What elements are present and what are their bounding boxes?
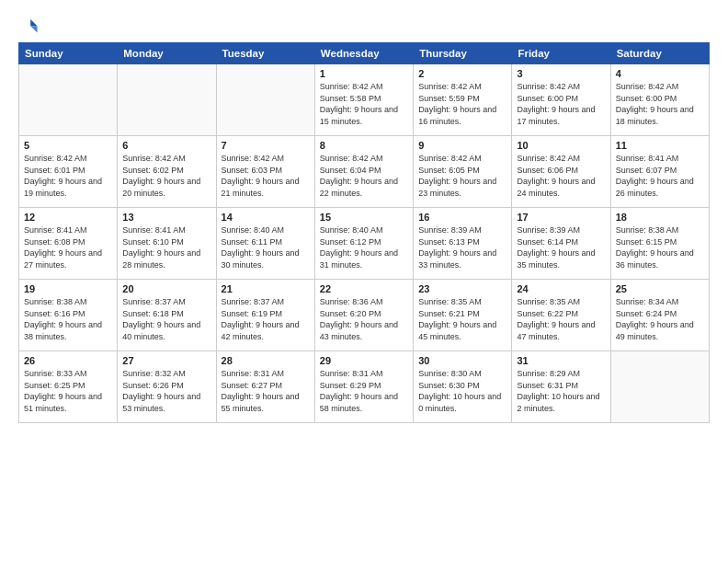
- day-number: 5: [24, 140, 112, 151]
- weekday-header-friday: Friday: [512, 43, 610, 64]
- day-number: 19: [24, 283, 112, 294]
- day-number: 15: [320, 212, 408, 223]
- day-number: 7: [222, 140, 310, 151]
- calendar-cell: 1Sunrise: 8:42 AM Sunset: 5:58 PM Daylig…: [314, 64, 413, 136]
- calendar-cell: [19, 64, 118, 136]
- day-info: Sunrise: 8:39 AM Sunset: 6:14 PM Dayligh…: [517, 224, 605, 270]
- calendar-cell: 20Sunrise: 8:37 AM Sunset: 6:18 PM Dayli…: [118, 280, 216, 351]
- day-info: Sunrise: 8:41 AM Sunset: 6:08 PM Dayligh…: [24, 224, 112, 270]
- weekday-header-wednesday: Wednesday: [314, 43, 413, 64]
- day-info: Sunrise: 8:32 AM Sunset: 6:26 PM Dayligh…: [122, 368, 210, 414]
- calendar-cell: 11Sunrise: 8:41 AM Sunset: 6:07 PM Dayli…: [610, 136, 709, 208]
- day-info: Sunrise: 8:29 AM Sunset: 6:31 PM Dayligh…: [517, 368, 605, 414]
- day-number: 30: [418, 355, 506, 366]
- weekday-header-thursday: Thursday: [414, 43, 512, 64]
- calendar-cell: 23Sunrise: 8:35 AM Sunset: 6:21 PM Dayli…: [414, 280, 512, 351]
- day-info: Sunrise: 8:36 AM Sunset: 6:20 PM Dayligh…: [320, 296, 408, 342]
- day-info: Sunrise: 8:42 AM Sunset: 6:00 PM Dayligh…: [517, 81, 605, 127]
- calendar-cell: 26Sunrise: 8:33 AM Sunset: 6:25 PM Dayli…: [19, 351, 118, 423]
- day-info: Sunrise: 8:39 AM Sunset: 6:13 PM Dayligh…: [418, 224, 506, 270]
- calendar-cell: 22Sunrise: 8:36 AM Sunset: 6:20 PM Dayli…: [314, 280, 413, 351]
- calendar-cell: [610, 351, 709, 423]
- day-number: 25: [616, 283, 704, 294]
- calendar-cell: [118, 64, 216, 136]
- day-info: Sunrise: 8:42 AM Sunset: 6:06 PM Dayligh…: [517, 153, 605, 199]
- calendar-cell: 28Sunrise: 8:31 AM Sunset: 6:27 PM Dayli…: [216, 351, 314, 423]
- day-number: 29: [320, 355, 408, 366]
- day-info: Sunrise: 8:42 AM Sunset: 6:00 PM Dayligh…: [616, 81, 704, 127]
- day-info: Sunrise: 8:34 AM Sunset: 6:24 PM Dayligh…: [616, 296, 704, 342]
- calendar-cell: 21Sunrise: 8:37 AM Sunset: 6:19 PM Dayli…: [216, 280, 314, 351]
- day-info: Sunrise: 8:40 AM Sunset: 6:12 PM Dayligh…: [320, 224, 408, 270]
- calendar-cell: 17Sunrise: 8:39 AM Sunset: 6:14 PM Dayli…: [512, 208, 610, 280]
- calendar-cell: 24Sunrise: 8:35 AM Sunset: 6:22 PM Dayli…: [512, 280, 610, 351]
- day-info: Sunrise: 8:35 AM Sunset: 6:21 PM Dayligh…: [418, 296, 506, 342]
- calendar-cell: 6Sunrise: 8:42 AM Sunset: 6:02 PM Daylig…: [118, 136, 216, 208]
- weekday-header-tuesday: Tuesday: [216, 43, 314, 64]
- day-info: Sunrise: 8:41 AM Sunset: 6:07 PM Dayligh…: [616, 153, 704, 199]
- calendar-cell: 3Sunrise: 8:42 AM Sunset: 6:00 PM Daylig…: [512, 64, 610, 136]
- day-number: 8: [320, 140, 408, 151]
- day-info: Sunrise: 8:42 AM Sunset: 5:59 PM Dayligh…: [418, 81, 506, 127]
- day-info: Sunrise: 8:31 AM Sunset: 6:27 PM Dayligh…: [222, 368, 310, 414]
- weekday-header-saturday: Saturday: [610, 43, 709, 64]
- day-number: 31: [517, 355, 605, 366]
- week-row-2: 5Sunrise: 8:42 AM Sunset: 6:01 PM Daylig…: [19, 136, 710, 208]
- week-row-5: 26Sunrise: 8:33 AM Sunset: 6:25 PM Dayli…: [19, 351, 710, 423]
- day-number: 13: [122, 212, 210, 223]
- calendar-cell: 8Sunrise: 8:42 AM Sunset: 6:04 PM Daylig…: [314, 136, 413, 208]
- day-number: 28: [222, 355, 310, 366]
- weekday-header-row: SundayMondayTuesdayWednesdayThursdayFrid…: [19, 43, 710, 64]
- calendar-cell: 15Sunrise: 8:40 AM Sunset: 6:12 PM Dayli…: [314, 208, 413, 280]
- day-info: Sunrise: 8:42 AM Sunset: 6:03 PM Dayligh…: [222, 153, 310, 199]
- day-info: Sunrise: 8:30 AM Sunset: 6:30 PM Dayligh…: [418, 368, 506, 414]
- calendar-cell: 29Sunrise: 8:31 AM Sunset: 6:29 PM Dayli…: [314, 351, 413, 423]
- page: SundayMondayTuesdayWednesdayThursdayFrid…: [0, 0, 728, 563]
- svg-marker-0: [30, 19, 37, 26]
- day-info: Sunrise: 8:42 AM Sunset: 6:05 PM Dayligh…: [418, 153, 506, 199]
- calendar-cell: 27Sunrise: 8:32 AM Sunset: 6:26 PM Dayli…: [118, 351, 216, 423]
- weekday-header-monday: Monday: [118, 43, 216, 64]
- day-number: 17: [517, 212, 605, 223]
- calendar-cell: [216, 64, 314, 136]
- day-number: 27: [122, 355, 210, 366]
- calendar-cell: 12Sunrise: 8:41 AM Sunset: 6:08 PM Dayli…: [19, 208, 118, 280]
- calendar-cell: 13Sunrise: 8:41 AM Sunset: 6:10 PM Dayli…: [118, 208, 216, 280]
- day-number: 14: [222, 212, 310, 223]
- logo: [18, 17, 42, 37]
- day-number: 3: [517, 68, 605, 79]
- day-number: 21: [222, 283, 310, 294]
- day-number: 22: [320, 283, 408, 294]
- day-info: Sunrise: 8:38 AM Sunset: 6:15 PM Dayligh…: [616, 224, 704, 270]
- calendar-cell: 19Sunrise: 8:38 AM Sunset: 6:16 PM Dayli…: [19, 280, 118, 351]
- calendar-cell: 18Sunrise: 8:38 AM Sunset: 6:15 PM Dayli…: [610, 208, 709, 280]
- svg-marker-1: [30, 26, 37, 32]
- calendar-cell: 25Sunrise: 8:34 AM Sunset: 6:24 PM Dayli…: [610, 280, 709, 351]
- day-info: Sunrise: 8:42 AM Sunset: 6:01 PM Dayligh…: [24, 153, 112, 199]
- day-number: 20: [122, 283, 210, 294]
- calendar-cell: 10Sunrise: 8:42 AM Sunset: 6:06 PM Dayli…: [512, 136, 610, 208]
- day-info: Sunrise: 8:42 AM Sunset: 6:04 PM Dayligh…: [320, 153, 408, 199]
- week-row-1: 1Sunrise: 8:42 AM Sunset: 5:58 PM Daylig…: [19, 64, 710, 136]
- week-row-3: 12Sunrise: 8:41 AM Sunset: 6:08 PM Dayli…: [19, 208, 710, 280]
- calendar-cell: 16Sunrise: 8:39 AM Sunset: 6:13 PM Dayli…: [414, 208, 512, 280]
- day-info: Sunrise: 8:33 AM Sunset: 6:25 PM Dayligh…: [24, 368, 112, 414]
- day-info: Sunrise: 8:31 AM Sunset: 6:29 PM Dayligh…: [320, 368, 408, 414]
- calendar: SundayMondayTuesdayWednesdayThursdayFrid…: [18, 42, 710, 423]
- day-info: Sunrise: 8:42 AM Sunset: 5:58 PM Dayligh…: [320, 81, 408, 127]
- day-info: Sunrise: 8:37 AM Sunset: 6:18 PM Dayligh…: [122, 296, 210, 342]
- day-number: 16: [418, 212, 506, 223]
- day-number: 23: [418, 283, 506, 294]
- logo-icon: [18, 17, 39, 37]
- day-number: 18: [616, 212, 704, 223]
- calendar-cell: 30Sunrise: 8:30 AM Sunset: 6:30 PM Dayli…: [414, 351, 512, 423]
- day-number: 24: [517, 283, 605, 294]
- week-row-4: 19Sunrise: 8:38 AM Sunset: 6:16 PM Dayli…: [19, 280, 710, 351]
- calendar-cell: 14Sunrise: 8:40 AM Sunset: 6:11 PM Dayli…: [216, 208, 314, 280]
- day-info: Sunrise: 8:40 AM Sunset: 6:11 PM Dayligh…: [222, 224, 310, 270]
- calendar-cell: 5Sunrise: 8:42 AM Sunset: 6:01 PM Daylig…: [19, 136, 118, 208]
- day-number: 11: [616, 140, 704, 151]
- day-number: 26: [24, 355, 112, 366]
- day-info: Sunrise: 8:41 AM Sunset: 6:10 PM Dayligh…: [122, 224, 210, 270]
- day-number: 10: [517, 140, 605, 151]
